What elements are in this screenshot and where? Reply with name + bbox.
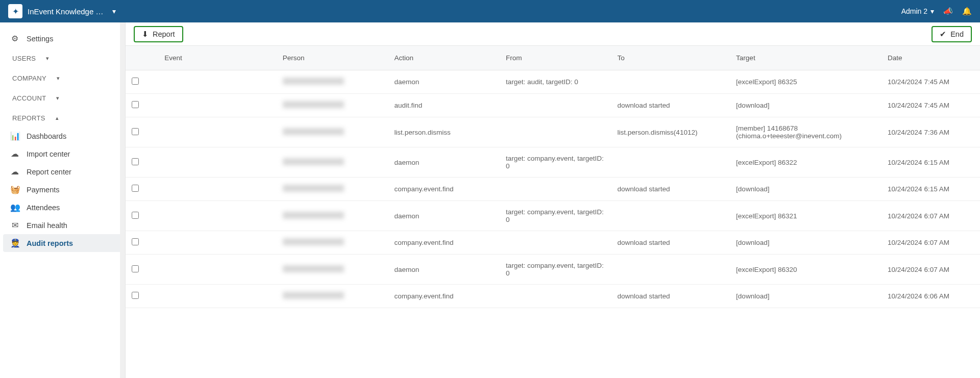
sidebar-item-settings[interactable]: ⚙ Settings — [0, 30, 125, 47]
cell-target: [member] 14168678 (chioma.o+teeester@ine… — [730, 117, 881, 147]
table-row: daemontarget: company.event, targetID: 0… — [126, 255, 980, 285]
cell-person — [277, 94, 388, 117]
cell-person — [277, 201, 388, 231]
user-menu[interactable]: Admin 2 ▾ — [901, 7, 934, 15]
person-redacted — [283, 78, 344, 85]
cell-action: daemon — [388, 201, 500, 231]
sidebar-item-report-center[interactable]: ☁Report center — [0, 163, 125, 181]
check-icon: ✔ — [940, 30, 946, 38]
row-checkbox[interactable] — [132, 292, 139, 299]
cell-action: company.event.find — [388, 285, 500, 308]
cell-to — [611, 147, 730, 178]
cell-to: list.person.dismiss(41012) — [611, 117, 730, 147]
cell-target: [excelExport] 86325 — [730, 70, 881, 94]
notification-bell-icon[interactable]: 🔔 — [962, 7, 972, 16]
app-switcher-chevron-icon[interactable]: ▾ — [112, 7, 116, 15]
toolbar: ⬇ Report ✔ End — [126, 22, 980, 46]
column-to: To — [611, 46, 730, 70]
end-button[interactable]: ✔ End — [932, 26, 972, 42]
cell-target: [download] — [730, 231, 881, 255]
person-redacted — [283, 158, 344, 165]
cell-person — [277, 178, 388, 201]
cell-from: target: audit, targetID: 0 — [500, 70, 611, 94]
table-row: company.event.finddownload started[downl… — [126, 178, 980, 201]
cell-event — [158, 255, 276, 285]
cell-from — [500, 117, 611, 147]
column-action: Action — [388, 46, 500, 70]
announcement-icon[interactable]: 📣 — [943, 7, 953, 16]
dashboard-icon: 📊 — [10, 131, 19, 141]
sidebar-item-payments[interactable]: 🧺Payments — [0, 181, 125, 198]
sidebar-item-label: Audit reports — [27, 239, 73, 247]
row-checkbox[interactable] — [132, 265, 139, 272]
table-row: daemontarget: company.event, targetID: 0… — [126, 201, 980, 231]
cell-to — [611, 70, 730, 94]
topbar: ✦ InEvent Knowledge … ▾ Admin 2 ▾ 📣 🔔 — [0, 0, 980, 22]
cell-person — [277, 117, 388, 147]
column-checkbox — [126, 46, 158, 70]
table-row: company.event.finddownload started[downl… — [126, 285, 980, 308]
column-target: Target — [730, 46, 881, 70]
end-button-label: End — [950, 30, 964, 38]
row-checkbox[interactable] — [132, 78, 139, 85]
report-button-label: Report — [153, 30, 175, 38]
main-content: ⬇ Report ✔ End Event Person Action — [126, 22, 980, 378]
column-date: Date — [881, 46, 980, 70]
row-checkbox[interactable] — [132, 238, 139, 245]
sidebar-item-label: Email health — [27, 221, 67, 230]
cell-target: [excelExport] 86320 — [730, 255, 881, 285]
import-icon: ☁ — [10, 149, 19, 159]
row-checkbox[interactable] — [132, 101, 139, 108]
person-redacted — [283, 101, 344, 108]
sidebar-item-audit-reports[interactable]: 👮Audit reports — [3, 234, 122, 252]
report-icon: ☁ — [10, 167, 19, 177]
cell-to: download started — [611, 285, 730, 308]
chevron-down-icon: ▾ — [56, 95, 59, 102]
cell-target: [download] — [730, 285, 881, 308]
cell-date: 10/24/2024 6:07 AM — [881, 201, 980, 231]
person-redacted — [283, 292, 344, 299]
cell-action: company.event.find — [388, 231, 500, 255]
cell-target: [download] — [730, 94, 881, 117]
sidebar-item-email-health[interactable]: ✉Email health — [0, 216, 125, 234]
person-redacted — [283, 128, 344, 135]
row-checkbox[interactable] — [132, 212, 139, 219]
table-row: daemontarget: company.event, targetID: 0… — [126, 147, 980, 178]
cell-event — [158, 117, 276, 147]
sidebar-section-company[interactable]: COMPANY ▾ — [0, 67, 125, 87]
table-row: daemontarget: audit, targetID: 0[excelEx… — [126, 70, 980, 94]
cell-to: download started — [611, 178, 730, 201]
cell-action: company.event.find — [388, 178, 500, 201]
table-row: audit.finddownload started[download]10/2… — [126, 94, 980, 117]
person-redacted — [283, 185, 344, 192]
sidebar-section-reports[interactable]: REPORTS ▴ — [0, 107, 125, 127]
row-checkbox[interactable] — [132, 185, 139, 192]
sidebar-item-import-center[interactable]: ☁Import center — [0, 145, 125, 163]
sidebar-item-attendees[interactable]: 👥Attendees — [0, 198, 125, 216]
sidebar-section-users[interactable]: USERS ▾ — [0, 47, 125, 67]
sidebar-item-label: Settings — [27, 35, 53, 43]
cell-person — [277, 255, 388, 285]
report-button[interactable]: ⬇ Report — [134, 26, 183, 42]
cell-event — [158, 178, 276, 201]
cell-from — [500, 285, 611, 308]
cell-date: 10/24/2024 6:07 AM — [881, 231, 980, 255]
sidebar-section-account[interactable]: ACCOUNT ▾ — [0, 87, 125, 107]
row-checkbox[interactable] — [132, 158, 139, 165]
column-person: Person — [277, 46, 388, 70]
cell-event — [158, 201, 276, 231]
cell-action: daemon — [388, 70, 500, 94]
sidebar-item-dashboards[interactable]: 📊Dashboards — [0, 127, 125, 145]
cell-action: daemon — [388, 147, 500, 178]
sidebar: ⚙ Settings USERS ▾ COMPANY ▾ ACCOUNT ▾ R… — [0, 22, 126, 378]
row-checkbox[interactable] — [132, 128, 139, 135]
gear-icon: ⚙ — [10, 34, 19, 43]
app-title: InEvent Knowledge … — [28, 7, 103, 16]
table-row: list.person.dismisslist.person.dismiss(4… — [126, 117, 980, 147]
cell-date: 10/24/2024 7:45 AM — [881, 70, 980, 94]
cell-to: download started — [611, 231, 730, 255]
cell-from — [500, 178, 611, 201]
cell-from: target: company.event, targetID: 0 — [500, 147, 611, 178]
cell-action: audit.find — [388, 94, 500, 117]
sidebar-item-label: Import center — [27, 150, 70, 158]
